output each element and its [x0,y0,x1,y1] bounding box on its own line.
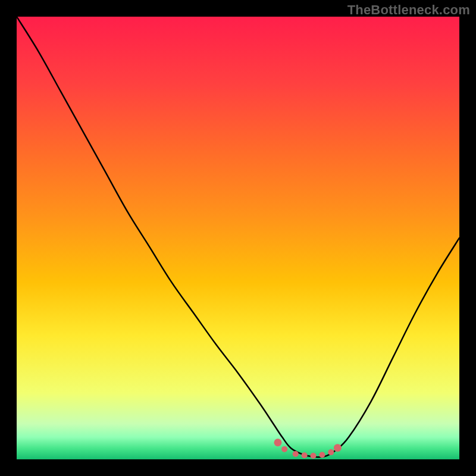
marker-dot [310,453,316,459]
marker-dot [328,449,334,455]
marker-dot [293,451,299,457]
marker-dot [302,452,308,458]
bottleneck-chart [17,17,459,459]
marker-dot [334,444,342,452]
attribution-text: TheBottleneck.com [347,2,470,18]
marker-dot [281,446,287,452]
heatmap-background [17,17,459,459]
marker-dot [274,439,281,446]
marker-dot [319,452,325,458]
